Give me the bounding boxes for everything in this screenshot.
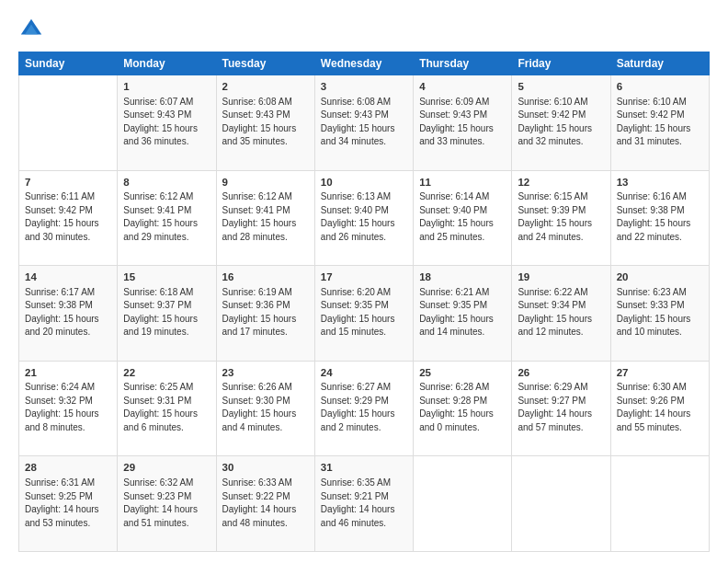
day-cell: 24Sunrise: 6:27 AM Sunset: 9:29 PM Dayli… <box>314 361 413 456</box>
day-number: 6 <box>617 79 703 95</box>
day-cell: 26Sunrise: 6:29 AM Sunset: 9:27 PM Dayli… <box>512 361 610 456</box>
day-number: 21 <box>25 365 111 381</box>
day-cell: 3Sunrise: 6:08 AM Sunset: 9:43 PM Daylig… <box>314 75 413 171</box>
col-header-thursday: Thursday <box>414 52 512 75</box>
day-number: 25 <box>419 365 506 381</box>
day-cell: 20Sunrise: 6:23 AM Sunset: 9:33 PM Dayli… <box>610 266 709 362</box>
day-cell: 5Sunrise: 6:10 AM Sunset: 9:42 PM Daylig… <box>512 75 610 171</box>
day-cell: 4Sunrise: 6:09 AM Sunset: 9:43 PM Daylig… <box>414 75 512 171</box>
day-info: Sunrise: 6:13 AM Sunset: 9:40 PM Dayligh… <box>321 190 407 244</box>
day-info: Sunrise: 6:27 AM Sunset: 9:29 PM Dayligh… <box>321 381 407 434</box>
day-info: Sunrise: 6:24 AM Sunset: 9:32 PM Dayligh… <box>25 381 111 434</box>
day-info: Sunrise: 6:16 AM Sunset: 9:38 PM Dayligh… <box>617 190 703 244</box>
day-info: Sunrise: 6:20 AM Sunset: 9:35 PM Dayligh… <box>321 286 407 339</box>
col-header-sunday: Sunday <box>19 52 118 75</box>
day-number: 11 <box>419 175 506 190</box>
day-info: Sunrise: 6:28 AM Sunset: 9:28 PM Dayligh… <box>419 381 506 434</box>
day-cell: 12Sunrise: 6:15 AM Sunset: 9:39 PM Dayli… <box>512 170 610 266</box>
day-number: 19 <box>518 270 604 285</box>
day-number: 9 <box>222 175 309 190</box>
day-number: 15 <box>123 270 210 285</box>
calendar-table: SundayMondayTuesdayWednesdayThursdayFrid… <box>18 52 710 552</box>
col-header-wednesday: Wednesday <box>314 52 413 75</box>
header-row: SundayMondayTuesdayWednesdayThursdayFrid… <box>19 52 710 75</box>
day-number: 7 <box>25 175 111 190</box>
day-number: 10 <box>321 175 407 190</box>
day-cell: 9Sunrise: 6:12 AM Sunset: 9:41 PM Daylig… <box>216 170 314 266</box>
day-cell: 25Sunrise: 6:28 AM Sunset: 9:28 PM Dayli… <box>414 361 512 456</box>
day-info: Sunrise: 6:22 AM Sunset: 9:34 PM Dayligh… <box>518 286 604 339</box>
col-header-monday: Monday <box>118 52 216 75</box>
day-cell: 28Sunrise: 6:31 AM Sunset: 9:25 PM Dayli… <box>19 456 118 552</box>
day-info: Sunrise: 6:11 AM Sunset: 9:42 PM Dayligh… <box>25 190 111 244</box>
day-cell: 22Sunrise: 6:25 AM Sunset: 9:31 PM Dayli… <box>118 361 216 456</box>
day-number: 4 <box>419 79 506 95</box>
day-number: 28 <box>25 460 111 476</box>
header <box>18 17 710 42</box>
page: SundayMondayTuesdayWednesdayThursdayFrid… <box>0 0 728 563</box>
day-cell <box>414 456 512 552</box>
col-header-friday: Friday <box>512 52 610 75</box>
day-info: Sunrise: 6:10 AM Sunset: 9:42 PM Dayligh… <box>617 96 703 149</box>
day-info: Sunrise: 6:29 AM Sunset: 9:27 PM Dayligh… <box>518 381 604 434</box>
day-info: Sunrise: 6:07 AM Sunset: 9:43 PM Dayligh… <box>123 96 210 149</box>
table-header: SundayMondayTuesdayWednesdayThursdayFrid… <box>19 52 710 75</box>
day-cell: 13Sunrise: 6:16 AM Sunset: 9:38 PM Dayli… <box>610 170 709 266</box>
day-number: 24 <box>321 365 407 381</box>
col-header-tuesday: Tuesday <box>216 52 314 75</box>
week-row-2: 7Sunrise: 6:11 AM Sunset: 9:42 PM Daylig… <box>19 170 710 266</box>
day-info: Sunrise: 6:23 AM Sunset: 9:33 PM Dayligh… <box>617 286 703 339</box>
day-cell: 15Sunrise: 6:18 AM Sunset: 9:37 PM Dayli… <box>118 266 216 362</box>
day-number: 16 <box>222 270 309 285</box>
day-cell: 11Sunrise: 6:14 AM Sunset: 9:40 PM Dayli… <box>414 170 512 266</box>
day-cell: 31Sunrise: 6:35 AM Sunset: 9:21 PM Dayli… <box>314 456 413 552</box>
day-number: 29 <box>123 460 210 476</box>
day-cell: 19Sunrise: 6:22 AM Sunset: 9:34 PM Dayli… <box>512 266 610 362</box>
day-number: 2 <box>222 79 309 95</box>
day-number: 17 <box>321 270 407 285</box>
day-number: 3 <box>321 79 407 95</box>
day-number: 1 <box>123 79 210 95</box>
day-cell: 7Sunrise: 6:11 AM Sunset: 9:42 PM Daylig… <box>19 170 118 266</box>
week-row-4: 21Sunrise: 6:24 AM Sunset: 9:32 PM Dayli… <box>19 361 710 456</box>
day-info: Sunrise: 6:21 AM Sunset: 9:35 PM Dayligh… <box>419 286 506 339</box>
day-cell: 21Sunrise: 6:24 AM Sunset: 9:32 PM Dayli… <box>19 361 118 456</box>
day-info: Sunrise: 6:15 AM Sunset: 9:39 PM Dayligh… <box>518 190 604 244</box>
day-cell: 10Sunrise: 6:13 AM Sunset: 9:40 PM Dayli… <box>314 170 413 266</box>
day-info: Sunrise: 6:09 AM Sunset: 9:43 PM Dayligh… <box>419 96 506 149</box>
day-info: Sunrise: 6:31 AM Sunset: 9:25 PM Dayligh… <box>25 477 111 530</box>
day-number: 31 <box>321 460 407 476</box>
table-body: 1Sunrise: 6:07 AM Sunset: 9:43 PM Daylig… <box>19 75 710 552</box>
day-cell: 23Sunrise: 6:26 AM Sunset: 9:30 PM Dayli… <box>216 361 314 456</box>
day-info: Sunrise: 6:30 AM Sunset: 9:26 PM Dayligh… <box>617 381 703 434</box>
day-cell: 16Sunrise: 6:19 AM Sunset: 9:36 PM Dayli… <box>216 266 314 362</box>
day-cell: 14Sunrise: 6:17 AM Sunset: 9:38 PM Dayli… <box>19 266 118 362</box>
day-info: Sunrise: 6:35 AM Sunset: 9:21 PM Dayligh… <box>321 477 407 530</box>
day-number: 14 <box>25 270 111 285</box>
day-number: 12 <box>518 175 604 190</box>
day-number: 26 <box>518 365 604 381</box>
logo-icon <box>18 17 44 42</box>
day-number: 22 <box>123 365 210 381</box>
day-cell: 30Sunrise: 6:33 AM Sunset: 9:22 PM Dayli… <box>216 456 314 552</box>
day-info: Sunrise: 6:14 AM Sunset: 9:40 PM Dayligh… <box>419 190 506 244</box>
day-info: Sunrise: 6:32 AM Sunset: 9:23 PM Dayligh… <box>123 477 210 530</box>
day-cell: 2Sunrise: 6:08 AM Sunset: 9:43 PM Daylig… <box>216 75 314 171</box>
day-info: Sunrise: 6:17 AM Sunset: 9:38 PM Dayligh… <box>25 286 111 339</box>
day-cell: 8Sunrise: 6:12 AM Sunset: 9:41 PM Daylig… <box>118 170 216 266</box>
day-number: 8 <box>123 175 210 190</box>
day-number: 18 <box>419 270 506 285</box>
day-cell: 29Sunrise: 6:32 AM Sunset: 9:23 PM Dayli… <box>118 456 216 552</box>
day-info: Sunrise: 6:08 AM Sunset: 9:43 PM Dayligh… <box>222 96 309 149</box>
day-number: 5 <box>518 79 604 95</box>
day-info: Sunrise: 6:25 AM Sunset: 9:31 PM Dayligh… <box>123 381 210 434</box>
day-info: Sunrise: 6:19 AM Sunset: 9:36 PM Dayligh… <box>222 286 309 339</box>
day-number: 20 <box>617 270 703 285</box>
day-cell: 27Sunrise: 6:30 AM Sunset: 9:26 PM Dayli… <box>610 361 709 456</box>
day-info: Sunrise: 6:12 AM Sunset: 9:41 PM Dayligh… <box>222 190 309 244</box>
day-cell <box>512 456 610 552</box>
week-row-5: 28Sunrise: 6:31 AM Sunset: 9:25 PM Dayli… <box>19 456 710 552</box>
day-number: 13 <box>617 175 703 190</box>
day-info: Sunrise: 6:12 AM Sunset: 9:41 PM Dayligh… <box>123 190 210 244</box>
day-number: 23 <box>222 365 309 381</box>
